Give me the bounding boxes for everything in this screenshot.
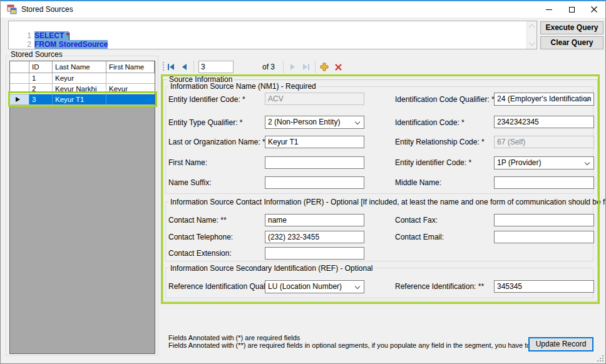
reference-identification-label: Reference Identification: **	[395, 282, 484, 291]
nm1-group-label: Information Source Name (NM1) - Required	[168, 82, 318, 91]
ref-group-label: Information Source Secondary Identificat…	[168, 264, 374, 273]
update-record-button[interactable]: Update Record	[528, 337, 593, 351]
row-header-cell[interactable]	[10, 84, 29, 94]
title-bar: Stored Sources	[1, 1, 606, 18]
cell-id[interactable]: 3	[29, 94, 53, 104]
grid-col-header-id[interactable]: ID	[29, 61, 53, 73]
entity-relationship-code-field	[494, 136, 594, 148]
cell-first-name[interactable]	[106, 94, 155, 104]
maximize-icon	[569, 7, 575, 13]
toolbar-separator	[315, 61, 316, 73]
scroll-up-icon[interactable]	[529, 24, 535, 31]
entity-type-qualifier-label: Entity Type Qualifier: *	[168, 118, 243, 127]
move-previous-icon	[181, 63, 188, 71]
record-position-input[interactable]	[198, 61, 234, 73]
table-row[interactable]: 1 Keyur	[10, 73, 155, 84]
cell-last-name[interactable]: Keyur T1	[53, 94, 106, 104]
grid-corner-header[interactable]	[10, 61, 29, 73]
execute-query-button[interactable]: Execute Query	[540, 21, 603, 34]
contact-telephone-label: Contact Telephone:	[168, 233, 233, 241]
move-first-button[interactable]	[164, 60, 178, 74]
add-icon	[320, 63, 329, 71]
per-group-label: Information Source Contact Information (…	[168, 198, 606, 206]
line-number: 2	[21, 40, 31, 49]
name-suffix-field[interactable]	[265, 176, 364, 189]
editor-scrollbar[interactable]	[526, 21, 537, 49]
app-window: Stored Sources 1SELECT * 2FROM StoredSou…	[0, 0, 606, 364]
table-row-selected[interactable]: 3 Keyur T1	[10, 94, 155, 105]
toolbar-separator	[283, 61, 284, 73]
entity-identifier-code-field	[265, 93, 364, 105]
move-last-button[interactable]	[299, 60, 313, 74]
cell-last-name[interactable]: Keyur	[53, 73, 106, 83]
grid-header-row: ID Last Name First Name	[10, 61, 155, 73]
identification-code-label: Identification Code: *	[395, 118, 465, 127]
entity-identifier-code-2-label: Entity identifier Code: *	[395, 158, 471, 167]
add-record-button[interactable]	[317, 60, 331, 74]
name-suffix-label: Name Suffix:	[168, 178, 211, 187]
minimize-button[interactable]	[538, 1, 560, 18]
chevron-down-icon	[355, 119, 360, 124]
reference-identification-qualifier-select[interactable]: LU (Location Number)	[265, 280, 364, 293]
sql-line-1: 1SELECT *	[9, 23, 69, 31]
first-name-label: First Name:	[168, 158, 207, 167]
row-header-cell[interactable]	[10, 94, 29, 104]
middle-name-field[interactable]	[494, 176, 594, 189]
table-row[interactable]: 2 Keyur Narkhi Keyur	[10, 84, 155, 94]
toolbar-separator	[193, 61, 194, 73]
sql-identifier: StoredSource	[59, 40, 108, 49]
entity-relationship-code-label: Entity Relationship Code: *	[395, 138, 485, 146]
contact-extension-field[interactable]	[265, 247, 364, 260]
contact-name-field[interactable]	[265, 214, 364, 226]
cell-id[interactable]: 1	[29, 73, 53, 83]
record-navigator-toolbar: of 3	[161, 59, 600, 75]
stored-sources-grid[interactable]: ID Last Name First Name 1 Keyur 2 Keyur …	[9, 61, 155, 354]
identification-code-qualifier-select[interactable]: 24 (Employer's Identification Number)	[494, 93, 594, 106]
maximize-button[interactable]	[560, 1, 583, 18]
cell-last-name[interactable]: Keyur Narkhi	[53, 84, 106, 94]
current-row-arrow-icon	[16, 97, 20, 102]
last-or-organization-name-field[interactable]	[265, 136, 364, 148]
close-icon	[591, 6, 597, 13]
chevron-down-icon	[585, 160, 590, 165]
grid-col-header-firstname[interactable]: First Name	[106, 61, 155, 73]
move-next-button[interactable]	[285, 60, 299, 74]
entity-identifier-code-label: Entity Identifier Code: *	[168, 95, 245, 104]
entity-type-qualifier-select[interactable]: 2 (Non-Person Entity)	[265, 116, 364, 129]
scroll-down-icon[interactable]	[529, 40, 535, 46]
identification-code-field[interactable]	[494, 116, 594, 128]
selected-option: 1P (Provider)	[497, 158, 541, 167]
cell-first-name[interactable]	[106, 73, 155, 83]
move-first-icon	[167, 63, 175, 71]
grid-col-header-lastname[interactable]: Last Name	[53, 61, 106, 73]
stored-sources-group-label: Stored Sources	[9, 50, 64, 59]
contact-fax-label: Contact Fax:	[395, 216, 438, 225]
window-title: Stored Sources	[21, 5, 73, 14]
minimize-icon	[546, 9, 552, 10]
delete-record-button[interactable]	[331, 60, 345, 74]
app-icon	[7, 4, 17, 14]
close-button[interactable]	[583, 1, 605, 18]
contact-telephone-field[interactable]	[265, 231, 364, 243]
first-name-field[interactable]	[265, 156, 364, 169]
contact-fax-field[interactable]	[494, 214, 594, 226]
cell-id[interactable]: 2	[29, 84, 53, 94]
required-fields-note: Fields Annotated with (*) are required f…	[168, 334, 300, 341]
move-previous-button[interactable]	[178, 60, 192, 74]
identification-code-qualifier-label: Identification Code Qualifier: *	[395, 95, 495, 104]
selected-option: 2 (Non-Person Entity)	[268, 118, 340, 126]
reference-identification-field[interactable]	[494, 280, 594, 293]
row-header-cell[interactable]	[10, 73, 29, 83]
cell-first-name[interactable]: Keyur	[106, 84, 155, 94]
contact-extension-label: Contact Extension:	[168, 249, 232, 258]
sql-query-editor[interactable]: 1SELECT * 2FROM StoredSource	[8, 21, 537, 49]
delete-icon	[334, 63, 342, 71]
contact-email-field[interactable]	[494, 231, 594, 243]
record-count-label: of 3	[262, 63, 275, 71]
sql-keyword: FROM	[34, 40, 59, 49]
move-last-icon	[302, 63, 311, 71]
clear-query-button[interactable]: Clear Query	[540, 36, 603, 49]
resize-grip-icon[interactable]	[597, 355, 603, 361]
entity-identifier-code-2-select[interactable]: 1P (Provider)	[494, 156, 594, 169]
sql-line-2: 2FROM StoredSource	[9, 31, 108, 40]
